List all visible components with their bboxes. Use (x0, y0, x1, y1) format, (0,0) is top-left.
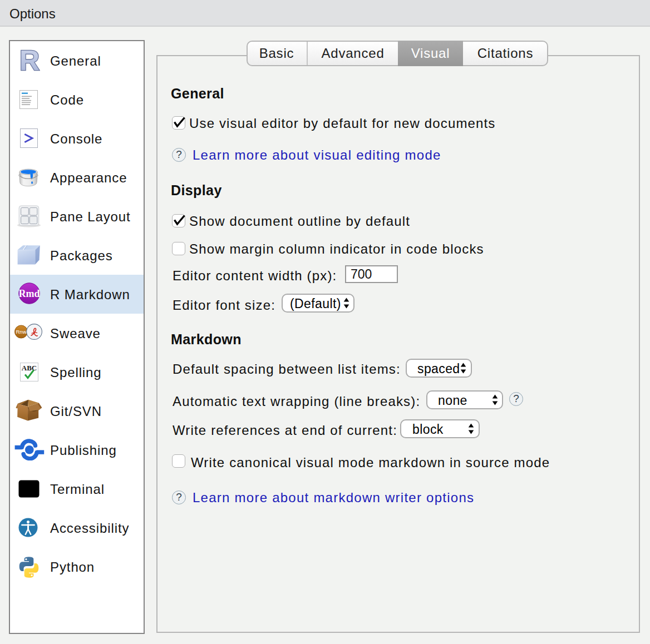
svg-text:ABC: ABC (22, 364, 37, 372)
svg-text:R: R (19, 49, 40, 71)
svg-text:Rmd: Rmd (18, 288, 40, 299)
svg-text:Rnw: Rnw (16, 329, 26, 335)
